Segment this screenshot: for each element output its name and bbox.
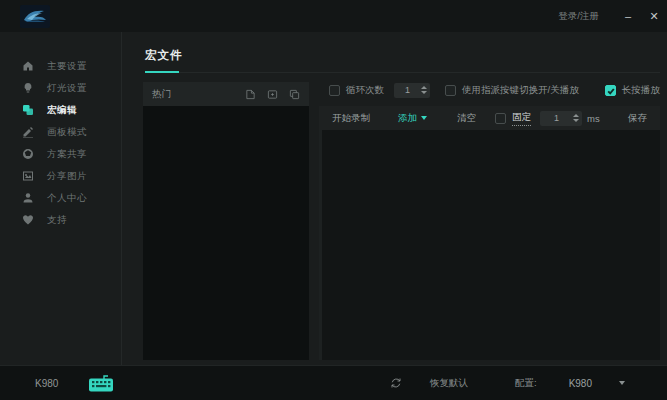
sidebar-item-macro-edit[interactable]: 宏编辑 (0, 99, 121, 121)
app-logo (20, 5, 50, 28)
heart-icon (21, 214, 34, 227)
save-button[interactable]: 保存 (628, 112, 647, 125)
user-icon (21, 192, 34, 205)
login-register-link[interactable]: 登录/注册 (558, 10, 599, 23)
fixed-delay-checkbox[interactable] (495, 113, 506, 124)
sidebar-item-light-settings[interactable]: 灯光设置 (0, 77, 121, 99)
sidebar-item-label: 灯光设置 (47, 82, 87, 95)
keyboard-device-icon[interactable] (88, 374, 114, 392)
macro-file-list[interactable] (143, 106, 309, 360)
config-select-value[interactable]: K980 (569, 378, 592, 389)
app-window: 登录/注册 – ✕ 主要设置 灯光设置 宏编辑 (0, 0, 667, 400)
clear-button[interactable]: 清空 (457, 112, 476, 125)
smart-key-toggle-label: 使用指派按键切换开/关播放 (462, 84, 579, 97)
add-dropdown-button[interactable]: 添加 (398, 112, 427, 125)
delay-unit-label: ms (587, 113, 600, 124)
close-button[interactable]: ✕ (641, 0, 667, 32)
title-bar: 登录/注册 – ✕ (0, 0, 667, 32)
loop-count-label: 循环次数 (346, 84, 384, 97)
config-chevron-down-icon[interactable] (619, 381, 625, 385)
loop-count-stepper[interactable]: 1 (394, 83, 430, 98)
restore-default-button[interactable]: 恢复默认 (430, 377, 468, 390)
long-press-play-label: 长按播放 (622, 84, 660, 97)
sidebar-item-label: 方案共享 (47, 148, 87, 161)
statusbar-right: 恢复默认 配置: K980 (390, 377, 625, 390)
title-divider (145, 72, 660, 73)
bulb-icon (21, 82, 34, 95)
macro-category-label[interactable]: 热门 (152, 88, 171, 101)
status-bar: K980 恢复默认 配置: K980 (0, 365, 667, 400)
fixed-delay-label[interactable]: 固定 (512, 111, 531, 126)
sidebar-item-label: 宏编辑 (47, 104, 77, 117)
title-accent-underline (145, 71, 179, 73)
copy-icon[interactable] (289, 89, 300, 100)
add-folder-icon[interactable] (267, 89, 278, 100)
device-name-label: K980 (35, 378, 58, 389)
pencil-icon (21, 126, 34, 139)
image-icon (21, 170, 34, 183)
playback-options-row: 循环次数 1 使用指派按键切换开/关播放 长按播放 (319, 82, 660, 98)
sidebar-item-scheme-share[interactable]: 方案共享 (0, 143, 121, 165)
long-press-play-checkbox[interactable] (605, 85, 616, 96)
sidebar-item-label: 主要设置 (47, 60, 87, 73)
sidebar-item-label: 个人中心 (47, 192, 87, 205)
macro-file-panel: 热门 (143, 82, 309, 360)
sidebar-item-share-image[interactable]: 分享图片 (0, 165, 121, 187)
page-title: 宏文件 (145, 48, 183, 63)
stepper-arrows-icon[interactable] (573, 114, 579, 122)
sidebar-item-label: 画板模式 (47, 126, 87, 139)
macro-file-panel-header: 热门 (143, 82, 309, 106)
delay-stepper[interactable]: 1 (540, 111, 582, 126)
sidebar-item-drawing-board[interactable]: 画板模式 (0, 121, 121, 143)
sidebar-item-user-center[interactable]: 个人中心 (0, 187, 121, 209)
loop-count-value: 1 (394, 85, 421, 95)
smart-key-toggle-checkbox[interactable] (445, 85, 456, 96)
check-icon (607, 87, 615, 95)
sidebar-item-label: 分享图片 (47, 170, 87, 183)
macro-event-list[interactable] (319, 130, 660, 360)
config-label: 配置: (515, 377, 537, 390)
start-record-button[interactable]: 开始录制 (332, 112, 370, 125)
sidebar-item-label: 支持 (47, 214, 67, 227)
macro-file-actions (245, 89, 300, 100)
new-file-icon[interactable] (245, 89, 256, 100)
share-icon (21, 148, 34, 161)
stepper-arrows-icon[interactable] (421, 86, 427, 94)
refresh-icon[interactable] (390, 377, 402, 389)
sidebar-item-support[interactable]: 支持 (0, 209, 121, 231)
sidebar-item-main-settings[interactable]: 主要设置 (0, 55, 121, 77)
chevron-down-icon (421, 116, 427, 120)
sidebar-nav: 主要设置 灯光设置 宏编辑 画板模式 方案共享 (0, 32, 122, 365)
layers-icon (21, 104, 34, 117)
titlebar-actions: 登录/注册 – ✕ (558, 0, 667, 32)
minimize-button[interactable]: – (615, 0, 641, 32)
macro-editor-toolbar: 开始录制 添加 清空 固定 1 ms 保存 (319, 106, 660, 130)
loop-count-checkbox[interactable] (329, 85, 340, 96)
delay-value: 1 (540, 113, 573, 123)
main-content: 宏文件 热门 循环次数 1 使用指派按键切换开/关播 (123, 32, 667, 365)
home-icon (21, 60, 34, 73)
add-dropdown-label: 添加 (398, 112, 417, 125)
